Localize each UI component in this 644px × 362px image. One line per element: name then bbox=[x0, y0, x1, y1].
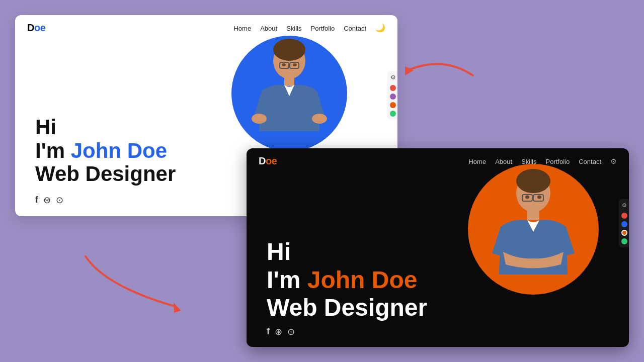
svg-rect-14 bbox=[527, 209, 539, 220]
nav-contact-dark[interactable]: Contact bbox=[579, 158, 601, 165]
dark-hero: Hi I'm John Doe Web Designer bbox=[247, 174, 629, 346]
light-person-svg bbox=[231, 36, 347, 151]
nav-contact-light[interactable]: Contact bbox=[344, 25, 366, 32]
nav-skills-light[interactable]: Skills bbox=[286, 25, 301, 32]
dark-person-svg bbox=[468, 164, 599, 295]
nav-about-light[interactable]: About bbox=[260, 25, 277, 32]
light-web-designer: Web Designer bbox=[35, 162, 176, 186]
dark-hi: Hi bbox=[267, 238, 427, 265]
dark-logo: Doe bbox=[259, 155, 277, 167]
color-dot-blue-dark[interactable] bbox=[621, 221, 627, 227]
svg-marker-11 bbox=[174, 303, 181, 313]
color-dot-green-light[interactable] bbox=[390, 111, 396, 117]
nav-about-dark[interactable]: About bbox=[495, 158, 512, 165]
svg-point-16 bbox=[537, 196, 541, 199]
dark-avatar-circle bbox=[468, 164, 599, 295]
svg-point-9 bbox=[312, 114, 327, 124]
svg-point-4 bbox=[293, 63, 297, 66]
color-dot-green-dark[interactable] bbox=[621, 238, 627, 244]
facebook-icon-light[interactable]: f bbox=[35, 195, 38, 206]
dark-web-designer: Web Designer bbox=[267, 294, 427, 321]
light-avatar-circle bbox=[231, 36, 347, 151]
facebook-icon-dark[interactable]: f bbox=[267, 326, 270, 337]
instagram-icon-light[interactable]: ⊙ bbox=[56, 195, 63, 206]
color-dot-orange-light[interactable] bbox=[390, 102, 396, 108]
light-nav-links: Home About Skills Portfolio Contact 🌙 bbox=[233, 23, 385, 33]
light-nav: Doe Home About Skills Portfolio Contact … bbox=[15, 15, 397, 41]
dark-im: I'm John Doe bbox=[267, 266, 427, 294]
color-dot-orange-dark[interactable] bbox=[621, 230, 627, 236]
svg-rect-1 bbox=[284, 76, 294, 86]
instagram-icon-dark[interactable]: ⊙ bbox=[287, 326, 295, 337]
dark-theme-card: Doe Home About Skills Portfolio Contact … bbox=[247, 148, 629, 347]
svg-point-3 bbox=[282, 63, 286, 66]
light-im: I'm John Doe bbox=[35, 139, 176, 162]
dark-name: John Doe bbox=[307, 266, 418, 293]
svg-point-2 bbox=[273, 39, 305, 61]
arrow-top bbox=[382, 45, 483, 96]
dark-color-panel: ⚙ bbox=[619, 199, 629, 247]
nav-home-dark[interactable]: Home bbox=[468, 158, 486, 165]
nav-home-light[interactable]: Home bbox=[233, 25, 251, 32]
arrow-bottom bbox=[75, 246, 201, 322]
light-social-icons: f ⊛ ⊙ bbox=[35, 195, 63, 206]
light-name: John Doe bbox=[71, 139, 167, 162]
svg-point-8 bbox=[252, 114, 267, 124]
logo-text-d: D bbox=[27, 22, 34, 33]
theme-toggle-light[interactable]: 🌙 bbox=[375, 24, 385, 32]
nav-portfolio-dark[interactable]: Portfolio bbox=[545, 158, 570, 165]
dark-logo-oe: oe bbox=[266, 155, 277, 166]
logo-text-oe: oe bbox=[34, 22, 45, 33]
light-hero-text: Hi I'm John Doe Web Designer bbox=[35, 116, 176, 186]
dark-social-icons: f ⊛ ⊙ bbox=[267, 326, 295, 337]
svg-point-13 bbox=[516, 169, 550, 193]
nav-portfolio-light[interactable]: Portfolio bbox=[310, 25, 335, 32]
light-hi: Hi bbox=[35, 116, 176, 139]
dark-logo-d: D bbox=[259, 155, 266, 166]
svg-point-15 bbox=[525, 196, 529, 199]
color-dot-red-dark[interactable] bbox=[621, 213, 627, 219]
dark-hero-text: Hi I'm John Doe Web Designer bbox=[267, 238, 427, 321]
gear-icon-dark[interactable]: ⚙ bbox=[622, 202, 627, 209]
github-icon-dark[interactable]: ⊛ bbox=[275, 326, 282, 337]
light-logo: Doe bbox=[27, 22, 45, 34]
github-icon-light[interactable]: ⊛ bbox=[43, 195, 51, 206]
settings-icon-dark[interactable]: ⚙ bbox=[610, 157, 617, 165]
dark-nav: Doe Home About Skills Portfolio Contact … bbox=[247, 148, 629, 174]
